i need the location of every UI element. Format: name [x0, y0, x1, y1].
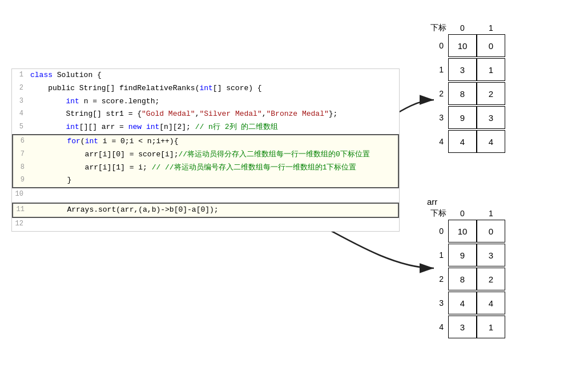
table1-row1-label: 1 [428, 65, 448, 74]
code-line-12: 12 [12, 218, 399, 231]
table2-cell-4-1: 1 [477, 316, 505, 338]
table1-row2-label: 2 [428, 89, 448, 98]
table1-cell-1-1: 1 [477, 58, 505, 81]
table2-col0-header: 0 [448, 209, 477, 218]
table1-row3-label: 3 [428, 113, 448, 122]
table1-cell-4-1: 4 [477, 130, 505, 153]
table2-row-1: 1 9 3 [428, 244, 505, 266]
table2-cell-1-1: 3 [477, 244, 505, 266]
table2-cell-2-0: 8 [448, 268, 477, 290]
table2-cell-0-1: 0 [477, 220, 505, 242]
table2-col1-header: 1 [477, 209, 505, 218]
table1-row-2: 2 8 2 [428, 82, 505, 105]
table1-cell-2-0: 8 [448, 82, 477, 105]
table2-row0-label: 0 [428, 227, 448, 236]
table2-cell-3-0: 4 [448, 292, 477, 314]
table2-title: arr [427, 197, 437, 207]
table2-row-0: 0 10 0 [428, 220, 505, 242]
table1-container: 下标 0 1 0 10 0 1 3 1 2 8 2 3 9 3 4 4 4 [428, 23, 505, 154]
table2-row-2: 2 8 2 [428, 268, 505, 290]
table2-corner-label: 下标 [428, 208, 448, 219]
code-line-5: 5 int[][] arr = new int[n][2]; // n行 2列 … [12, 121, 399, 134]
table2-cell-4-0: 3 [448, 316, 477, 338]
table2-row-4: 4 3 1 [428, 316, 505, 338]
table1-cell-1-0: 3 [448, 58, 477, 81]
table2-row3-label: 3 [428, 298, 448, 308]
table1-cell-4-0: 4 [448, 130, 477, 153]
table1-header: 下标 0 1 [428, 23, 505, 33]
code-line-11: 11 Arrays.sort(arr,(a,b)->b[0]-a[0]); [13, 204, 398, 217]
code-line-10: 10 [12, 188, 399, 201]
table1-row-0: 0 10 0 [428, 34, 505, 57]
table1-cell-3-1: 3 [477, 106, 505, 129]
table2-row2-label: 2 [428, 274, 448, 284]
table2-container: 下标 0 1 0 10 0 1 9 3 2 8 2 3 4 4 4 3 1 [428, 208, 505, 339]
code-line-1: 1 class Solution { [12, 69, 399, 82]
code-line-9: 9 } [13, 174, 398, 187]
table1-row0-label: 0 [428, 41, 448, 50]
sort-line-block: 11 Arrays.sort(arr,(a,b)->b[0]-a[0]); [12, 203, 399, 218]
table2-row1-label: 1 [428, 250, 448, 260]
table2-row-3: 3 4 4 [428, 292, 505, 314]
code-editor: 1 class Solution { 2 public String[] fin… [11, 68, 400, 232]
table2-cell-3-1: 4 [477, 292, 505, 314]
for-loop-block: 6 for(int i = 0;i < n;i++){ 7 arr[i][0] … [12, 134, 399, 188]
table2-header: 下标 0 1 [428, 208, 505, 219]
code-line-7: 7 arr[i][0] = score[i];//将运动员得分存入二维数组每一行… [13, 148, 398, 161]
table2-cell-2-1: 2 [477, 268, 505, 290]
code-line-2: 2 public String[] findRelativeRanks(int[… [12, 82, 399, 95]
table1-cell-0-1: 0 [477, 34, 505, 57]
table2-cell-1-0: 9 [448, 244, 477, 266]
table2-row4-label: 4 [428, 322, 448, 332]
table1-col0-header: 0 [448, 23, 477, 33]
table1-col1-header: 1 [477, 23, 505, 33]
table1-cell-3-0: 9 [448, 106, 477, 129]
table1-cell-2-1: 2 [477, 82, 505, 105]
code-line-8: 8 arr[i][1] = i; // //将运动员编号存入二维数组每一行一维数… [13, 161, 398, 175]
table1-row-3: 3 9 3 [428, 106, 505, 129]
code-line-3: 3 int n = score.length; [12, 95, 399, 108]
table1-row4-label: 4 [428, 137, 448, 146]
table1-corner-label: 下标 [428, 23, 448, 33]
table2-cell-0-0: 10 [448, 220, 477, 242]
code-line-6: 6 for(int i = 0;i < n;i++){ [13, 135, 398, 148]
code-line-4: 4 String[] str1 = {"Gold Medal","Silver … [12, 108, 399, 121]
table1-cell-0-0: 10 [448, 34, 477, 57]
table1-row-1: 1 3 1 [428, 58, 505, 81]
table1-row-4: 4 4 4 [428, 130, 505, 153]
